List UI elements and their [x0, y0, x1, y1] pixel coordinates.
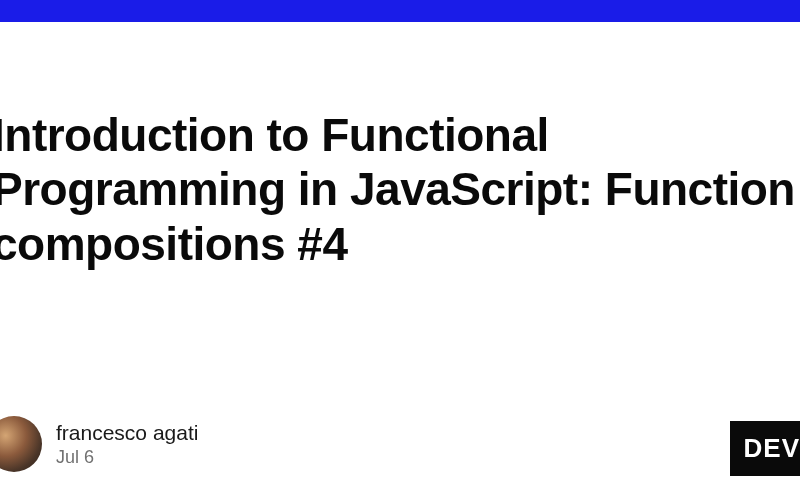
author-name: francesco agati	[56, 421, 198, 445]
brand-top-bar	[0, 0, 800, 22]
author-avatar	[0, 416, 42, 472]
dev-badge: DEV	[730, 421, 800, 476]
post-title: Introduction to Functional Programming i…	[0, 108, 800, 271]
author-row: francesco agati Jul 6	[0, 416, 198, 472]
author-info: francesco agati Jul 6	[56, 421, 198, 468]
post-date: Jul 6	[56, 447, 198, 468]
post-content: Introduction to Functional Programming i…	[0, 108, 800, 271]
